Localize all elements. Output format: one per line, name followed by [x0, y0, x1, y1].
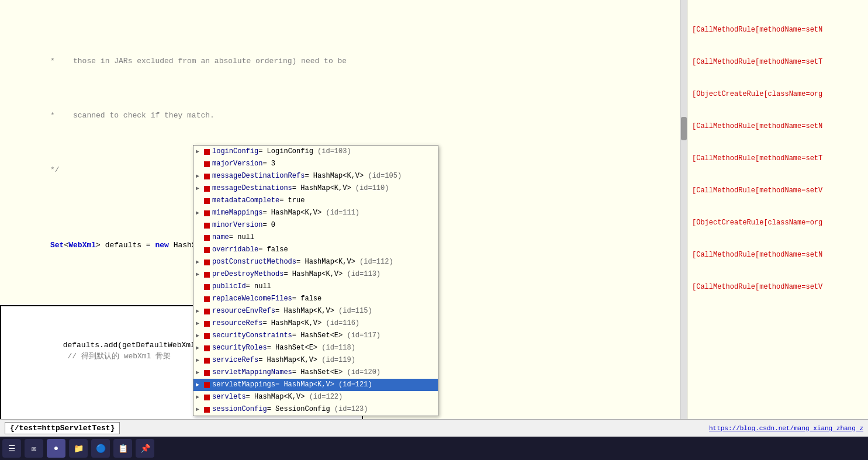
field-icon — [204, 174, 210, 179]
right-panel: [CallMethodRule[methodName=setN [CallMet… — [687, 0, 868, 419]
debug-item-msgdestrefs[interactable]: ▶ messageDestinationRefs= HashMap<K,V> (… — [193, 170, 438, 182]
debug-item-replacewelcome[interactable]: replaceWelcomeFiles= false — [193, 293, 438, 305]
field-text: mimeMappings= HashMap<K,V> (id=111) — [212, 207, 435, 219]
debug-item-name[interactable]: name= null — [193, 231, 438, 244]
right-code-line: [CallMethodRule[methodName=setV — [687, 282, 868, 293]
main-area: * those in JARs excluded from an absolut… — [0, 0, 868, 419]
expand-arrow-icon[interactable]: ▶ — [196, 146, 204, 157]
field-icon — [204, 186, 210, 192]
comment-text: */ — [50, 165, 60, 174]
field-text: loginConfig= LoginConfig (id=103) — [212, 146, 435, 157]
debug-item-securityroles[interactable]: ▶ securityRoles= HashSet<E> (id=118) — [193, 342, 438, 354]
debug-item-securityconstraints[interactable]: ▶ securityConstraints= HashSet<E> (id=11… — [193, 330, 438, 342]
field-icon — [204, 149, 210, 155]
taskbar-files-button[interactable]: 📁 — [69, 439, 88, 458]
field-icon — [204, 284, 210, 290]
right-code-line: [CallMethodRule[methodName=setN — [687, 250, 868, 261]
code-line: * scanned to check if they match. — [0, 99, 365, 132]
field-text: messageDestinationRefs= HashMap<K,V> (id… — [212, 171, 435, 182]
debug-item-servletmappings[interactable]: ▶ servletMappings= HashMap<K,V> (id=121) — [193, 379, 438, 391]
expand-arrow-icon[interactable]: ▶ — [196, 171, 204, 182]
debug-item-msgdests[interactable]: ▶ messageDestinations= HashMap<K,V> (id=… — [193, 182, 438, 195]
taskbar-app-button-2[interactable]: 📋 — [113, 439, 132, 458]
expand-arrow-icon[interactable]: ▶ — [196, 257, 204, 268]
field-icon — [204, 395, 210, 400]
expand-arrow-icon[interactable]: ▶ — [196, 306, 204, 317]
field-text: overridable= false — [212, 244, 435, 255]
debug-item-resourcerefs[interactable]: ▶ resourceRefs= HashMap<K,V> (id=116) — [193, 317, 438, 330]
field-text: replaceWelcomeFiles= false — [212, 293, 435, 305]
expand-arrow-icon[interactable]: ▶ — [196, 379, 204, 390]
expand-arrow-icon[interactable]: ▶ — [196, 355, 204, 366]
field-icon — [204, 321, 210, 327]
field-text: majorVersion= 3 — [212, 158, 435, 170]
taskbar-app-button-3[interactable]: 📌 — [136, 439, 154, 458]
field-text: metadataComplete= true — [212, 195, 435, 206]
taskbar-app-button-1[interactable]: 🔵 — [91, 439, 110, 458]
right-code-line: [CallMethodRule[methodName=setN — [687, 25, 868, 36]
field-icon — [204, 407, 210, 413]
expand-arrow-icon[interactable]: ▶ — [196, 269, 204, 280]
field-icon — [204, 296, 210, 302]
field-text: preDestroyMethods= HashMap<K,V> (id=113) — [212, 269, 435, 280]
scroll-thumb[interactable] — [681, 117, 687, 140]
taskbar-chrome-button[interactable]: ● — [47, 439, 65, 458]
bottom-path-display: {/test=httpServletTest} — [5, 422, 120, 434]
debug-dropdown[interactable]: ▶ loginConfig= LoginConfig (id=103) majo… — [193, 145, 438, 416]
field-text: securityConstraints= HashSet<E> (id=117) — [212, 330, 435, 341]
debug-item-servlets[interactable]: ▶ servlets= HashMap<K,V> (id=122) — [193, 391, 438, 403]
expand-arrow-icon[interactable]: ▶ — [196, 343, 204, 354]
debug-item-mimemappings[interactable]: ▶ mimeMappings= HashMap<K,V> (id=111) — [193, 207, 438, 219]
comment-text: * scanned to check if they match. — [50, 111, 215, 120]
field-text: sessionConfig= SessionConfig (id=123) — [212, 404, 435, 415]
debug-item-servicerefs[interactable]: ▶ serviceRefs= HashMap<K,V> (id=119) — [193, 354, 438, 366]
field-icon — [204, 358, 210, 364]
field-icon — [204, 198, 210, 204]
field-icon — [204, 345, 210, 351]
debug-item-resourceenvrefs[interactable]: ▶ resourceEnvRefs= HashMap<K,V> (id=115) — [193, 305, 438, 317]
debug-item-loginconfig[interactable]: ▶ loginConfig= LoginConfig (id=103) — [193, 146, 438, 158]
field-icon — [204, 161, 210, 167]
expand-arrow-icon — [196, 232, 204, 243]
debug-item-sessionconfig[interactable]: ▶ sessionConfig= SessionConfig (id=123) — [193, 403, 438, 416]
field-text: publicId= null — [212, 281, 435, 292]
expand-arrow-icon[interactable]: ▶ — [196, 318, 204, 329]
expand-arrow-icon — [196, 195, 204, 206]
comment-text: * those in JARs excluded from an absolut… — [50, 57, 347, 65]
debug-item-servletmappingnames[interactable]: ▶ servletMappingNames= HashSet<E> (id=12… — [193, 366, 438, 379]
expand-arrow-icon[interactable]: ▶ — [196, 392, 204, 403]
debug-item-publicid[interactable]: publicId= null — [193, 281, 438, 293]
debug-item-majorversion[interactable]: majorVersion= 3 — [193, 158, 438, 170]
taskbar-start-button[interactable]: ☰ — [2, 439, 21, 458]
bottom-bar: {/test=httpServletTest} https://blog.csd… — [0, 419, 868, 437]
right-code-line: [CallMethodRule[methodName=setT — [687, 153, 868, 164]
field-text: servlets= HashMap<K,V> (id=122) — [212, 392, 435, 403]
right-code-line: [CallMethodRule[methodName=setV — [687, 185, 868, 196]
debug-item-postconstruct[interactable]: ▶ postConstructMethods= HashMap<K,V> (id… — [193, 256, 438, 268]
right-code-content: [CallMethodRule[methodName=setN [CallMet… — [687, 1, 868, 316]
debug-item-metadata[interactable]: metadataComplete= true — [193, 195, 438, 207]
debug-item-predestroy[interactable]: ▶ preDestroyMethods= HashMap<K,V> (id=11… — [193, 268, 438, 281]
code-line: * those in JARs excluded from an absolut… — [0, 44, 365, 78]
expand-arrow-icon[interactable]: ▶ — [196, 330, 204, 341]
field-icon — [204, 235, 210, 241]
right-code-line: [CallMethodRule[methodName=setN — [687, 121, 868, 132]
expand-arrow-icon[interactable]: ▶ — [196, 183, 204, 194]
scrollbar[interactable] — [680, 0, 687, 419]
bottom-url-link[interactable]: https://blog.csdn.net/mang xiang zhang z — [709, 425, 863, 432]
field-text: securityRoles= HashSet<E> (id=118) — [212, 343, 435, 354]
field-text: messageDestinations= HashMap<K,V> (id=11… — [212, 183, 435, 194]
field-icon — [204, 382, 210, 388]
expand-arrow-icon[interactable]: ▶ — [196, 207, 204, 219]
expand-arrow-icon[interactable]: ▶ — [196, 404, 204, 415]
right-code-line: [CallMethodRule[methodName=setT — [687, 57, 868, 68]
bottom-content: {/test=httpServletTest} https://blog.csd… — [5, 422, 863, 434]
debug-item-overridable[interactable]: overridable= false — [193, 244, 438, 256]
debug-item-minorversion[interactable]: minorVersion= 0 — [193, 219, 438, 231]
taskbar: ☰ ✉ ● 📁 🔵 📋 📌 — [0, 437, 868, 460]
expand-arrow-icon[interactable]: ▶ — [196, 367, 204, 378]
field-icon — [204, 309, 210, 314]
field-text: minorVersion= 0 — [212, 220, 435, 231]
field-text: name= null — [212, 232, 435, 243]
taskbar-outlook-button[interactable]: ✉ — [25, 439, 43, 458]
